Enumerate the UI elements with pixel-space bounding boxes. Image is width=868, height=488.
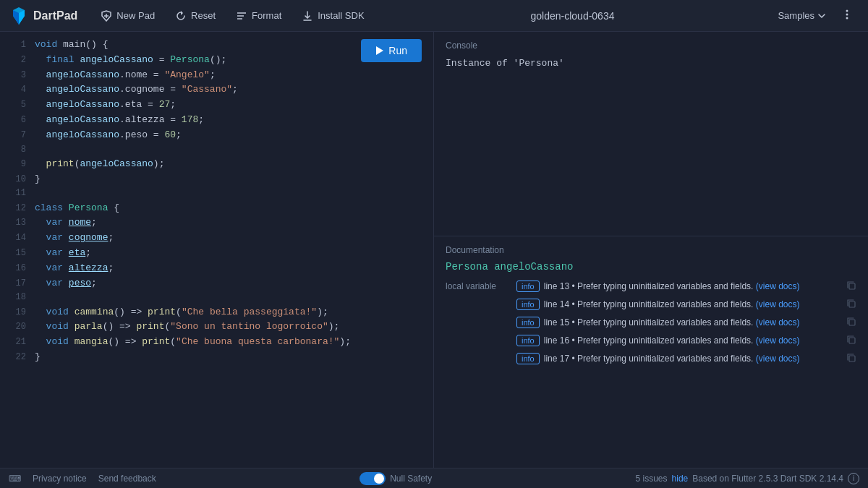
view-docs-link[interactable]: (view docs)	[756, 299, 800, 309]
docs-item-text: line 15 • Prefer typing uninitialized va…	[544, 316, 842, 329]
issues-bar: 5 issues hide Based on Flutter 2.5.3 Dar…	[636, 473, 860, 484]
main-content: Run 1void main() {2 final angeloCassano …	[0, 32, 868, 468]
svg-point-7	[846, 14, 848, 16]
code-line: 7 angeloCassano.peso = 60;	[0, 128, 433, 143]
code-content: void main() {	[35, 38, 108, 53]
line-number: 18	[6, 291, 26, 304]
line-number: 12	[6, 202, 26, 215]
line-number: 1	[6, 38, 26, 52]
hide-link[interactable]: hide	[672, 474, 689, 484]
copy-icon[interactable]	[846, 299, 856, 312]
new-pad-label: New Pad	[116, 10, 155, 21]
null-safety-toggle-container: Null Safety	[359, 472, 432, 485]
samples-label: Samples	[778, 10, 814, 21]
docs-item-text: line 17 • Prefer typing uninitialized va…	[544, 352, 842, 365]
code-content: var altezza;	[35, 261, 114, 276]
code-content: void mangia() => print("Che buona questa…	[35, 335, 351, 350]
null-safety-toggle[interactable]	[359, 472, 386, 485]
code-content: final angeloCassano = Persona();	[35, 53, 226, 68]
line-number: 6	[6, 114, 26, 127]
code-content: angeloCassano.peso = 60;	[35, 128, 182, 143]
samples-button[interactable]: Samples	[769, 6, 835, 25]
code-line: 6 angeloCassano.altezza = 178;	[0, 113, 433, 128]
reset-button[interactable]: Reset	[166, 6, 224, 26]
more-icon	[841, 8, 854, 21]
code-line: 18	[0, 291, 433, 304]
view-docs-link[interactable]: (view docs)	[756, 281, 800, 291]
code-content: class Persona {	[35, 201, 119, 216]
docs-item-text: line 13 • Prefer typing uninitialized va…	[544, 280, 842, 293]
header: DartPad New Pad Reset Format Install SD	[0, 0, 868, 32]
format-button[interactable]: Format	[227, 6, 290, 26]
code-line: 3 angeloCassano.nome = "Angelo";	[0, 68, 433, 83]
line-number: 16	[6, 262, 26, 275]
docs-item: info line 13 • Prefer typing uninitializ…	[516, 280, 856, 294]
line-number: 8	[6, 143, 26, 157]
code-line: 13 var nome;	[0, 215, 433, 231]
new-pad-button[interactable]: New Pad	[92, 6, 163, 26]
line-number: 2	[6, 53, 26, 67]
docs-type-label: local variable	[446, 280, 511, 291]
docs-section: Documentation Persona angeloCassano loca…	[434, 236, 868, 468]
svg-point-8	[846, 17, 848, 20]
toggle-knob	[374, 474, 384, 484]
line-number: 19	[6, 306, 26, 320]
format-label: Format	[252, 10, 281, 21]
logo-text: DartPad	[33, 9, 77, 22]
copy-icon[interactable]	[846, 281, 856, 294]
code-editor[interactable]: 1void main() {2 final angeloCassano = Pe…	[0, 32, 433, 468]
code-content: angeloCassano.cognome = "Cassano";	[35, 82, 238, 98]
view-docs-link[interactable]: (view docs)	[756, 354, 800, 364]
install-sdk-icon	[302, 10, 313, 22]
chevron-down-icon	[817, 12, 826, 20]
console-label: Console	[446, 40, 856, 51]
project-title: golden-cloud-0634	[376, 10, 770, 22]
copy-icon[interactable]	[846, 353, 856, 366]
code-content: }	[35, 350, 41, 365]
line-number: 7	[6, 129, 26, 142]
code-content: angeloCassano.altezza = 178;	[35, 113, 204, 128]
logo: DartPad	[9, 6, 77, 26]
view-docs-link[interactable]: (view docs)	[756, 335, 800, 346]
line-number: 9	[6, 158, 26, 171]
format-icon	[236, 10, 247, 22]
code-content: }	[35, 172, 41, 187]
copy-icon[interactable]	[846, 335, 856, 348]
line-number: 10	[6, 173, 26, 187]
line-number: 4	[6, 83, 26, 97]
info-circle-icon[interactable]: i	[848, 473, 859, 484]
code-line: 22}	[0, 350, 433, 365]
code-line: 19 void cammina() => print("Che bella pa…	[0, 305, 433, 320]
more-button[interactable]	[835, 4, 859, 27]
svg-rect-10	[849, 283, 855, 289]
svg-rect-13	[849, 338, 855, 343]
run-button[interactable]: Run	[361, 39, 422, 62]
docs-item-text: line 14 • Prefer typing uninitialized va…	[544, 298, 842, 311]
code-line: 14 var cognome;	[0, 231, 433, 246]
docs-item: info line 15 • Prefer typing uninitializ…	[516, 316, 856, 330]
code-line: 20 void parla() => print("Sono un tantin…	[0, 320, 433, 335]
info-badge: info	[516, 353, 540, 364]
docs-item: info line 17 • Prefer typing uninitializ…	[516, 352, 856, 366]
docs-item-text: line 16 • Prefer typing uninitialized va…	[544, 334, 842, 347]
copy-icon[interactable]	[846, 317, 856, 330]
svg-rect-11	[849, 301, 855, 307]
info-badge: info	[516, 335, 540, 346]
feedback-link[interactable]: Send feedback	[98, 474, 156, 484]
line-number: 17	[6, 277, 26, 291]
code-content: void cammina() => print("Che bella passe…	[35, 305, 328, 320]
info-badge: info	[516, 299, 540, 310]
keyboard-icon: ⌨	[9, 474, 21, 484]
view-docs-link[interactable]: (view docs)	[756, 317, 800, 328]
docs-label: Documentation	[446, 245, 856, 255]
svg-marker-9	[376, 46, 383, 55]
line-number: 5	[6, 98, 26, 112]
privacy-link[interactable]: Privacy notice	[33, 474, 87, 484]
svg-rect-14	[849, 356, 855, 361]
code-line: 5 angeloCassano.eta = 27;	[0, 98, 433, 113]
console-section: Console Instance of 'Persona'	[434, 32, 868, 236]
line-number: 20	[6, 320, 26, 334]
code-content: var eta;	[35, 246, 91, 261]
install-sdk-button[interactable]: Install SDK	[293, 6, 373, 26]
docs-item: info line 14 • Prefer typing uninitializ…	[516, 298, 856, 312]
